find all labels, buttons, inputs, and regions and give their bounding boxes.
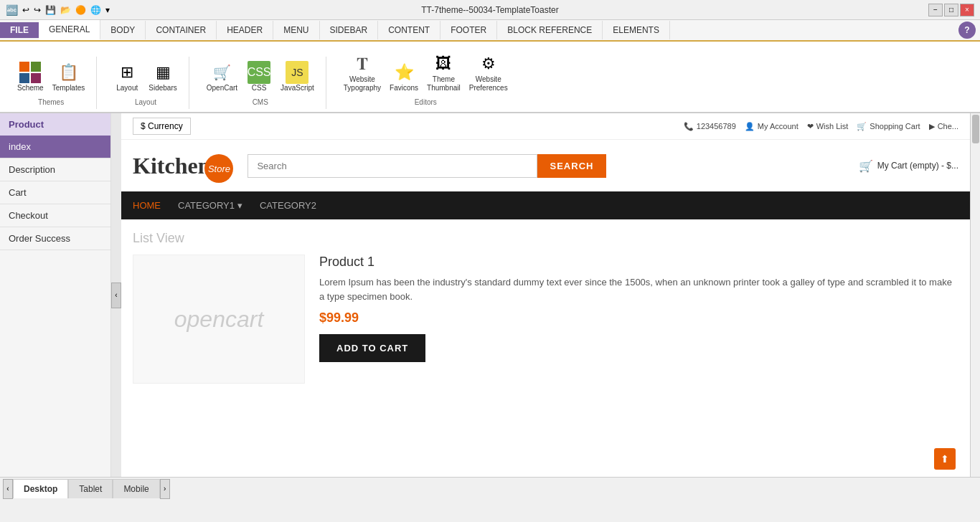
- tab-block-reference[interactable]: BLOCK REFERENCE: [497, 21, 603, 39]
- scrollbar-thumb[interactable]: [972, 115, 979, 143]
- tab-general[interactable]: GENERAL: [39, 20, 100, 40]
- logo-circle: Store: [204, 154, 233, 183]
- file-tab[interactable]: FILE: [0, 22, 39, 38]
- collapse-sidebar-button[interactable]: ‹: [111, 283, 121, 308]
- nav-category2[interactable]: CATEGORY2: [260, 200, 316, 211]
- scheme-icon: [19, 61, 42, 84]
- product-description: Lorem Ipsum has been the industry's stan…: [319, 275, 958, 303]
- redo-icon[interactable]: ↪: [34, 5, 41, 15]
- sidebar-item-cart[interactable]: Cart: [0, 181, 110, 204]
- opencart-button[interactable]: 🛒 OpenCart: [204, 60, 240, 94]
- title-bar-left: 🔤 ↩ ↪ 💾 📂 🟠 🌐 ▾: [6, 4, 110, 16]
- tab-footer[interactable]: FOOTER: [440, 21, 497, 39]
- preferences-button[interactable]: ⚙ WebsitePreferences: [466, 51, 511, 94]
- typography-icon: 𝐓: [351, 52, 374, 75]
- checkout-icon: ▶: [929, 122, 935, 131]
- tab-container[interactable]: CONTAINER: [146, 21, 217, 39]
- store-cart[interactable]: 🛒 My Cart (empty) - $...: [859, 159, 958, 173]
- templates-button[interactable]: 📋 Templates: [50, 60, 88, 94]
- open-icon[interactable]: 📂: [60, 5, 71, 15]
- javascript-label: JavaScript: [281, 84, 314, 92]
- tab-content[interactable]: CONTENT: [378, 21, 440, 39]
- opencart-label: OpenCart: [207, 84, 237, 92]
- product-area: List View opencart Product 1 Lorem Ipsum…: [121, 219, 970, 395]
- window-title: TT-7theme--50034-TemplateToaster: [421, 5, 558, 15]
- themes-items: Scheme 📋 Templates: [14, 60, 88, 94]
- layout-button[interactable]: ⊞ Layout: [111, 60, 143, 94]
- heart-icon: ❤: [807, 122, 814, 131]
- preferences-label: WebsitePreferences: [469, 75, 508, 92]
- scroll-left-button[interactable]: ‹: [3, 479, 13, 499]
- logo-text: Kitchen: [133, 153, 210, 179]
- minimize-button[interactable]: −: [928, 4, 943, 16]
- tab-desktop[interactable]: Desktop: [13, 479, 68, 498]
- phone-number: 123456789: [697, 122, 736, 130]
- nav-category1[interactable]: CATEGORY1 ▾: [178, 200, 242, 211]
- scroll-up-icon: ⬆: [941, 453, 949, 465]
- layout-group-label: Layout: [135, 98, 156, 106]
- sidebar-item-order-success[interactable]: Order Success: [0, 227, 110, 250]
- my-account-link[interactable]: 👤 My Account: [745, 122, 798, 131]
- sidebar-item-description[interactable]: Description: [0, 158, 110, 181]
- javascript-button[interactable]: JS JavaScript: [278, 60, 317, 94]
- phone-link[interactable]: 📞 123456789: [684, 122, 736, 131]
- scroll-right-button[interactable]: ›: [160, 479, 170, 499]
- cart-icon: 🛒: [857, 122, 867, 131]
- typography-button[interactable]: 𝐓 WebsiteTypography: [341, 51, 384, 94]
- css-button[interactable]: CSS CSS: [243, 60, 275, 94]
- layout-label: Layout: [116, 84, 138, 92]
- sidebar-item-index[interactable]: index: [0, 136, 110, 158]
- opencart-icon: 🛒: [210, 61, 233, 84]
- editors-group-label: Editors: [415, 98, 437, 106]
- add-to-cart-button[interactable]: ADD TO CART: [319, 334, 425, 362]
- css-label: CSS: [252, 84, 267, 92]
- checkout-link[interactable]: ▶ Che...: [929, 122, 958, 131]
- templates-label: Templates: [52, 84, 85, 92]
- sidebar-item-checkout[interactable]: Checkout: [0, 204, 110, 227]
- scroll-up-button[interactable]: ⬆: [934, 448, 956, 470]
- settings-icon[interactable]: 🟠: [75, 5, 86, 15]
- store-preview: $ Currency 📞 123456789 👤 My Account ❤ Wi…: [121, 113, 970, 477]
- product-info: Product 1 Lorem Ipsum has been the indus…: [319, 255, 958, 384]
- preferences-icon: ⚙: [477, 52, 500, 75]
- my-cart-text: My Cart (empty) - $...: [877, 161, 958, 171]
- thumbnail-icon: 🖼: [432, 52, 455, 75]
- main-layout: Product index Description Cart Checkout …: [0, 113, 980, 477]
- app-logo-icon: 🔤: [6, 4, 18, 16]
- sidebars-button[interactable]: ▦ Sidebars: [146, 60, 179, 94]
- thumbnail-button[interactable]: 🖼 ThemeThumbnail: [424, 51, 463, 94]
- wish-list-link[interactable]: ❤ Wish List: [807, 122, 849, 131]
- search-input[interactable]: [248, 154, 537, 178]
- store-logo: Kitchen Store: [133, 148, 233, 183]
- javascript-icon: JS: [286, 61, 308, 84]
- tab-body[interactable]: BODY: [100, 21, 146, 39]
- phone-icon: 📞: [684, 122, 694, 131]
- browser-icon[interactable]: 🌐: [90, 5, 101, 15]
- menu-icon[interactable]: ▾: [105, 5, 110, 15]
- favicons-icon: ⭐: [392, 61, 415, 84]
- tab-elements[interactable]: ELEMENTS: [603, 21, 670, 39]
- vertical-scrollbar[interactable]: [970, 113, 980, 477]
- maximize-button[interactable]: □: [944, 4, 958, 16]
- tab-tablet[interactable]: Tablet: [68, 479, 113, 498]
- close-button[interactable]: ×: [960, 4, 974, 16]
- scheme-button[interactable]: Scheme: [14, 60, 47, 94]
- product-title: Product 1: [319, 255, 958, 270]
- tab-mobile[interactable]: Mobile: [113, 479, 159, 498]
- nav-home[interactable]: HOME: [133, 200, 161, 211]
- sidebars-label: Sidebars: [149, 84, 176, 92]
- product-card: opencart Product 1 Lorem Ipsum has been …: [133, 255, 958, 384]
- currency-button[interactable]: $ Currency: [133, 118, 191, 135]
- tab-menu[interactable]: MENU: [273, 21, 319, 39]
- tab-sidebar[interactable]: SIDEBAR: [320, 21, 379, 39]
- favicons-button[interactable]: ⭐ Favicons: [387, 60, 421, 94]
- tab-header[interactable]: HEADER: [217, 21, 273, 39]
- product-image-placeholder: opencart: [174, 306, 264, 333]
- help-button[interactable]: ?: [958, 22, 976, 39]
- save-icon[interactable]: 💾: [45, 5, 56, 15]
- search-button[interactable]: SEARCH: [537, 154, 607, 178]
- wish-list-label: Wish List: [816, 122, 849, 130]
- preview-area: ‹ $ Currency 📞 123456789 👤 My Account ❤: [111, 113, 980, 477]
- undo-icon[interactable]: ↩: [22, 5, 29, 15]
- shopping-cart-link[interactable]: 🛒 Shopping Cart: [857, 122, 920, 131]
